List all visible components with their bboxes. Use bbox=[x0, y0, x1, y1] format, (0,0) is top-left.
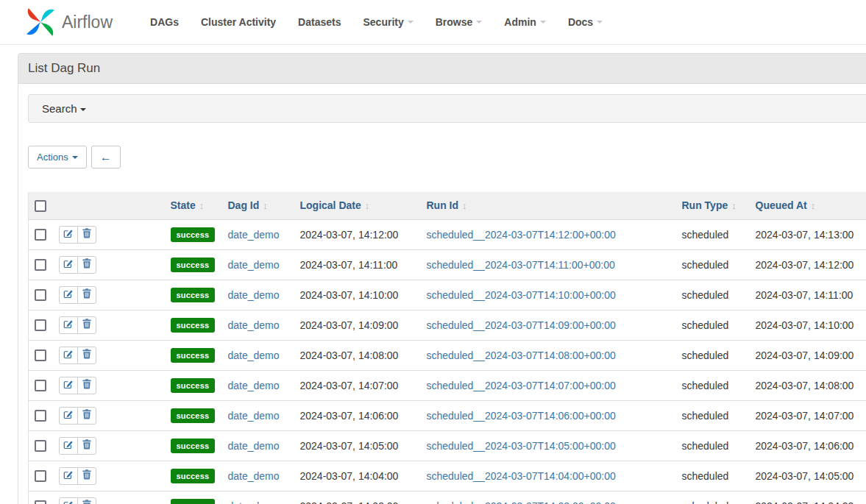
brand-title: Airflow bbox=[62, 13, 113, 32]
nav-item-cluster-activity[interactable]: Cluster Activity bbox=[190, 9, 287, 35]
delete-button[interactable] bbox=[77, 437, 96, 455]
delete-button[interactable] bbox=[77, 316, 96, 334]
dag-id-link[interactable]: date_demo bbox=[228, 500, 280, 504]
delete-button[interactable] bbox=[77, 226, 96, 244]
edit-button[interactable] bbox=[59, 437, 78, 455]
row-checkbox-cell bbox=[29, 430, 53, 461]
table-row: successdate_demo2024-03-07, 14:12:00sche… bbox=[29, 219, 866, 249]
table-row: successdate_demo2024-03-07, 14:08:00sche… bbox=[29, 340, 866, 370]
delete-button[interactable] bbox=[77, 256, 96, 274]
edit-button[interactable] bbox=[59, 256, 78, 274]
nav-item-label: Cluster Activity bbox=[201, 16, 276, 28]
sort-icon: ↕ bbox=[462, 200, 467, 211]
row-action-buttons bbox=[59, 497, 96, 504]
logical-date-cell: 2024-03-07, 14:03:00 bbox=[294, 491, 421, 504]
dag-id-link[interactable]: date_demo bbox=[228, 259, 280, 271]
dag-id-link[interactable]: date_demo bbox=[228, 289, 280, 301]
row-checkbox-cell bbox=[29, 370, 53, 400]
airflow-pinwheel-icon bbox=[24, 6, 57, 38]
table-header: State↕Dag Id↕Logical Date↕Run Id↕Run Typ… bbox=[29, 192, 866, 219]
row-action-buttons bbox=[59, 377, 96, 394]
run-id-link[interactable]: scheduled__2024-03-07T14:06:00+00:00 bbox=[427, 410, 616, 422]
run-id-link[interactable]: scheduled__2024-03-07T14:09:00+00:00 bbox=[427, 319, 616, 331]
run-id-link[interactable]: scheduled__2024-03-07T14:07:00+00:00 bbox=[427, 380, 616, 391]
state-cell: success bbox=[165, 400, 222, 430]
column-header-dag_id[interactable]: Dag Id↕ bbox=[222, 192, 294, 219]
dag-id-link[interactable]: date_demo bbox=[228, 229, 280, 241]
column-header-label: Logical Date bbox=[300, 199, 361, 211]
actions-button[interactable]: Actions bbox=[28, 146, 87, 168]
edit-button[interactable] bbox=[59, 407, 78, 425]
edit-button[interactable] bbox=[59, 316, 78, 334]
edit-button[interactable] bbox=[59, 226, 78, 244]
sort-icon: ↕ bbox=[263, 200, 268, 211]
edit-button[interactable] bbox=[59, 377, 78, 394]
row-checkbox[interactable] bbox=[35, 229, 46, 241]
nav-item-security[interactable]: Security bbox=[352, 9, 424, 35]
dag-id-link[interactable]: date_demo bbox=[228, 440, 280, 452]
row-checkbox-cell bbox=[29, 491, 53, 504]
row-actions-cell bbox=[53, 310, 165, 340]
queued-at-cell: 2024-03-07, 14:12:00 bbox=[750, 249, 866, 280]
trash-icon bbox=[82, 439, 91, 452]
row-checkbox[interactable] bbox=[35, 440, 46, 452]
nav-item-browse[interactable]: Browse bbox=[425, 9, 494, 35]
delete-button[interactable] bbox=[77, 377, 96, 394]
nav-item-dags[interactable]: DAGs bbox=[139, 9, 190, 35]
dag-id-link[interactable]: date_demo bbox=[228, 319, 280, 331]
row-checkbox[interactable] bbox=[35, 349, 46, 361]
row-checkbox[interactable] bbox=[35, 470, 46, 482]
run-id-link[interactable]: scheduled__2024-03-07T14:11:00+00:00 bbox=[427, 259, 615, 271]
nav-menu: DAGsCluster ActivityDatasetsSecurityBrow… bbox=[139, 9, 614, 35]
row-checkbox[interactable] bbox=[35, 319, 46, 331]
state-cell: success bbox=[165, 461, 222, 491]
nav-item-datasets[interactable]: Datasets bbox=[287, 9, 352, 35]
column-header-run_id[interactable]: Run Id↕ bbox=[421, 192, 676, 219]
delete-button[interactable] bbox=[77, 497, 96, 504]
run-id-link[interactable]: scheduled__2024-03-07T14:08:00+00:00 bbox=[427, 349, 616, 361]
nav-item-docs[interactable]: Docs bbox=[557, 9, 614, 35]
edit-button[interactable] bbox=[59, 467, 78, 485]
nav-item-admin[interactable]: Admin bbox=[493, 9, 557, 35]
select-all-checkbox[interactable] bbox=[35, 200, 46, 212]
actions-label: Actions bbox=[37, 152, 68, 163]
search-dropdown-toggle[interactable]: Search bbox=[28, 94, 866, 123]
run-id-cell: scheduled__2024-03-07T14:04:00+00:00 bbox=[421, 461, 676, 491]
navbar-brand[interactable]: Airflow bbox=[24, 6, 113, 38]
back-arrow-icon: ← bbox=[100, 152, 112, 163]
row-actions-cell bbox=[53, 400, 165, 430]
run-id-link[interactable]: scheduled__2024-03-07T14:04:00+00:00 bbox=[427, 470, 616, 482]
row-checkbox[interactable] bbox=[35, 500, 46, 504]
row-checkbox[interactable] bbox=[35, 410, 46, 422]
row-checkbox[interactable] bbox=[35, 289, 46, 301]
dag-id-link[interactable]: date_demo bbox=[228, 470, 280, 482]
run-id-link[interactable]: scheduled__2024-03-07T14:05:00+00:00 bbox=[427, 440, 616, 452]
edit-button[interactable] bbox=[59, 286, 78, 304]
run-id-link[interactable]: scheduled__2024-03-07T14:12:00+00:00 bbox=[427, 229, 616, 241]
run-id-link[interactable]: scheduled__2024-03-07T14:03:00+00:00 bbox=[427, 500, 616, 504]
column-header-state[interactable]: State↕ bbox=[165, 192, 222, 219]
state-cell: success bbox=[165, 340, 222, 370]
dag-id-link[interactable]: date_demo bbox=[228, 380, 280, 391]
dag-id-cell: date_demo bbox=[222, 461, 294, 491]
trash-icon bbox=[82, 409, 91, 422]
back-button[interactable]: ← bbox=[91, 146, 121, 168]
dag-id-cell: date_demo bbox=[222, 310, 294, 340]
delete-button[interactable] bbox=[77, 347, 96, 364]
row-checkbox[interactable] bbox=[35, 259, 46, 271]
run-id-link[interactable]: scheduled__2024-03-07T14:10:00+00:00 bbox=[427, 289, 616, 301]
dag-id-link[interactable]: date_demo bbox=[228, 410, 280, 422]
column-header-queued_at[interactable]: Queued At↕ bbox=[750, 192, 866, 219]
delete-button[interactable] bbox=[77, 467, 96, 485]
dag-id-link[interactable]: date_demo bbox=[228, 349, 280, 361]
column-header-run_type[interactable]: Run Type↕ bbox=[676, 192, 750, 219]
pencil-square-icon bbox=[63, 258, 74, 271]
delete-button[interactable] bbox=[77, 407, 96, 425]
column-header-logical_date[interactable]: Logical Date↕ bbox=[294, 192, 421, 219]
delete-button[interactable] bbox=[77, 286, 96, 304]
edit-button[interactable] bbox=[59, 347, 78, 364]
dag-id-cell: date_demo bbox=[222, 340, 294, 370]
row-checkbox[interactable] bbox=[35, 380, 46, 391]
pencil-square-icon bbox=[63, 500, 74, 504]
edit-button[interactable] bbox=[59, 497, 78, 504]
